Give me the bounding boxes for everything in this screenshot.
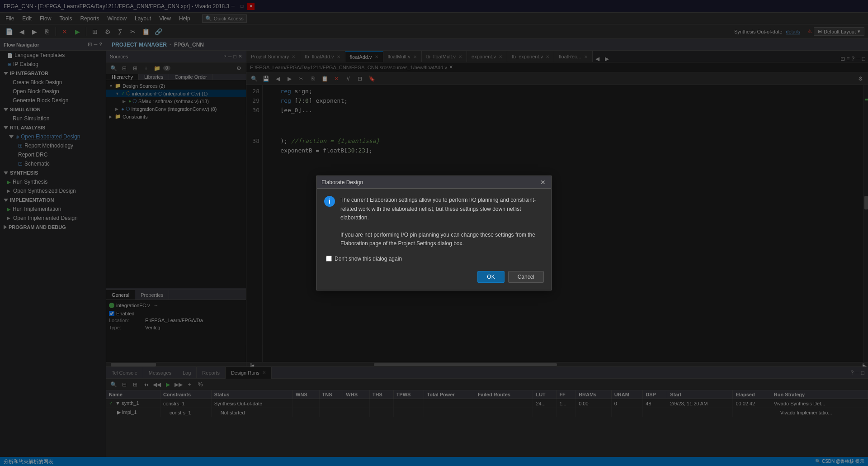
dialog-dont-show-label: Don't show this dialog again: [335, 256, 402, 262]
dialog-body: i The current Elaboration settings allow…: [317, 189, 551, 290]
dialog-message: The current Elaboration settings allow y…: [340, 196, 544, 248]
dialog-ok-button[interactable]: OK: [477, 271, 504, 283]
dialog-close-button[interactable]: ✕: [539, 179, 547, 186]
dialog-title: Elaborate Design: [321, 179, 363, 185]
dialog-buttons: OK Cancel: [324, 271, 544, 283]
dialog-dont-show-checkbox[interactable]: [326, 256, 332, 262]
elaborate-design-dialog: Elaborate Design ✕ i The current Elabora…: [316, 176, 552, 290]
dialog-overlay: Elaborate Design ✕ i The current Elabora…: [0, 0, 868, 466]
dialog-cancel-button[interactable]: Cancel: [508, 271, 544, 283]
dialog-checkbox-row: Don't show this dialog again: [324, 256, 544, 262]
dialog-content-row: i The current Elaboration settings allow…: [324, 196, 544, 248]
dialog-titlebar: Elaborate Design ✕: [317, 176, 551, 189]
dialog-info-icon: i: [324, 196, 335, 207]
